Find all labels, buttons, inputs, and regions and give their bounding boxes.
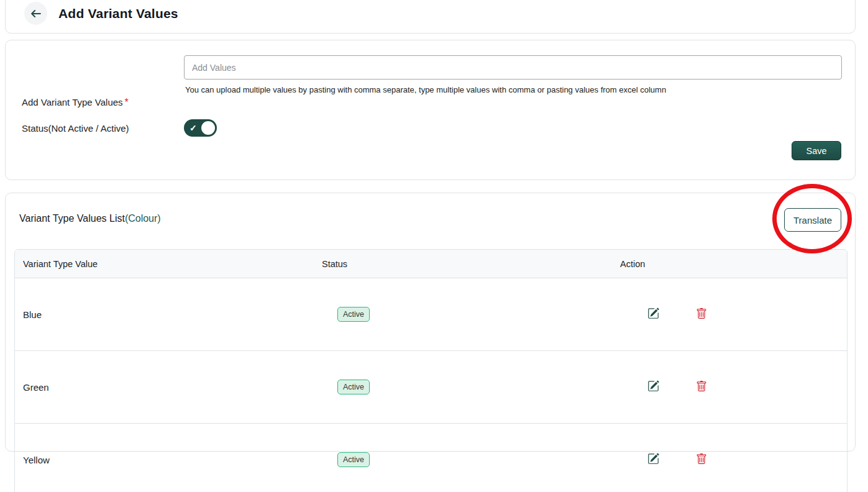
status-badge: Active — [337, 380, 370, 394]
table-row: Yellow Active — [15, 423, 847, 492]
values-field-label: Add Variant Type Values — [22, 97, 123, 107]
add-values-input[interactable] — [184, 55, 842, 80]
trash-icon — [668, 299, 706, 330]
values-list-card: Variant Type Values List(Colour) Transla… — [5, 193, 856, 452]
values-table: Variant Type Value Status Action Blue Ac… — [14, 249, 847, 492]
variant-value-cell: Blue — [15, 278, 314, 350]
translate-button[interactable]: Translate — [784, 208, 841, 232]
variant-value-cell: Yellow — [15, 423, 314, 492]
status-cell: Active — [314, 423, 612, 492]
status-cell: Active — [314, 278, 612, 350]
list-title-text: Variant Type Values List — [19, 213, 125, 224]
edit-button[interactable] — [620, 444, 659, 476]
delete-button[interactable] — [668, 444, 706, 476]
edit-button[interactable] — [620, 371, 659, 403]
values-table-body: Blue Active — [15, 278, 847, 492]
page-title: Add Variant Values — [58, 6, 178, 21]
trash-icon — [668, 444, 706, 476]
status-badge: Active — [337, 307, 370, 322]
status-badge: Active — [337, 452, 370, 467]
edit-icon — [620, 371, 659, 403]
edit-icon — [620, 444, 659, 476]
column-header-status: Status — [314, 250, 612, 278]
table-row: Blue Active — [15, 278, 847, 350]
table-header-row: Variant Type Value Status Action — [15, 250, 847, 278]
list-title: Variant Type Values List(Colour) — [19, 213, 161, 224]
check-icon: ✓ — [190, 123, 197, 133]
column-header-action: Action — [612, 250, 847, 278]
toggle-knob — [201, 121, 215, 135]
table-row: Green Active — [15, 350, 847, 423]
back-button[interactable] — [24, 2, 47, 25]
action-cell — [612, 423, 847, 492]
arrow-left-icon — [30, 7, 42, 20]
delete-button[interactable] — [668, 299, 706, 330]
action-cell — [612, 350, 847, 423]
save-button[interactable]: Save — [792, 141, 841, 160]
status-cell: Active — [314, 350, 612, 423]
page-header: Add Variant Values — [5, 0, 856, 34]
edit-button[interactable] — [620, 298, 659, 330]
status-field-label: Status(Not Active / Active) — [22, 123, 129, 134]
column-header-value: Variant Type Value — [15, 250, 314, 278]
variant-value-cell: Green — [15, 350, 314, 423]
delete-button[interactable] — [668, 371, 706, 403]
add-values-form: Add Variant Type Values* You can upload … — [5, 40, 856, 180]
trash-icon — [668, 371, 706, 403]
list-title-suffix: (Colour) — [125, 213, 161, 224]
required-asterisk: * — [125, 97, 129, 107]
page: Add Variant Values Add Variant Type Valu… — [0, 0, 868, 492]
edit-icon — [620, 298, 659, 330]
status-toggle[interactable]: ✓ — [184, 119, 217, 137]
action-cell — [612, 278, 847, 350]
values-helper-text: You can upload multiple values by pastin… — [185, 85, 666, 94]
